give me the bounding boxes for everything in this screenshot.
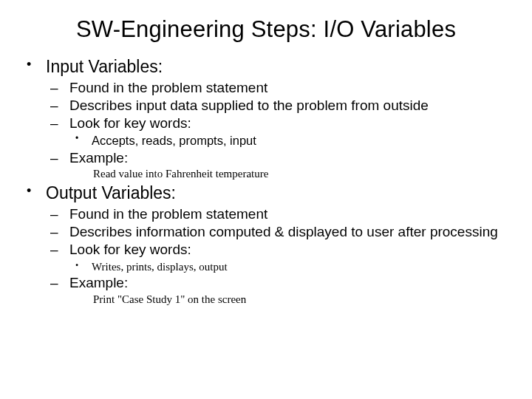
input-keywords-label: Look for key words: xyxy=(69,115,191,131)
input-heading: Input Variables: xyxy=(46,57,163,76)
output-sublist: Found in the problem statement Describes… xyxy=(46,205,511,307)
output-point-1: Found in the problem statement xyxy=(46,205,511,222)
output-keywords-list: Writes, prints, displays, output xyxy=(69,260,511,274)
output-heading: Output Variables: xyxy=(46,183,176,202)
output-keywords: Writes, prints, displays, output xyxy=(69,260,511,274)
slide-title: SW-Engineering Steps: I/O Variables xyxy=(21,16,511,43)
output-point-2: Describes information computed & display… xyxy=(46,223,511,240)
output-keywords-label: Look for key words: xyxy=(69,242,191,257)
output-example-label: Example: xyxy=(69,275,128,290)
input-example-item: Example: Read value into Fahrenheit temp… xyxy=(46,149,511,181)
output-example-text: Print "Case Study 1" on the screen xyxy=(69,292,511,307)
input-keywords-list: Accepts, reads, prompts, input xyxy=(69,133,511,149)
input-variables-item: Input Variables: Found in the problem st… xyxy=(21,56,511,181)
input-keywords: Accepts, reads, prompts, input xyxy=(69,133,511,149)
output-point-3: Look for key words: Writes, prints, disp… xyxy=(46,241,511,273)
slide: SW-Engineering Steps: I/O Variables Inpu… xyxy=(0,0,532,399)
input-example-label: Example: xyxy=(69,150,128,166)
input-point-2: Describes input data supplied to the pro… xyxy=(46,97,511,114)
output-variables-item: Output Variables: Found in the problem s… xyxy=(21,183,511,306)
input-point-1: Found in the problem statement xyxy=(46,79,511,96)
input-example-text: Read value into Fahrenheit temperature xyxy=(69,166,511,181)
input-point-3: Look for key words: Accepts, reads, prom… xyxy=(46,115,511,149)
output-example-item: Example: Print "Case Study 1" on the scr… xyxy=(46,274,511,306)
input-sublist: Found in the problem statement Describes… xyxy=(46,79,511,182)
bullet-list: Input Variables: Found in the problem st… xyxy=(21,56,511,307)
